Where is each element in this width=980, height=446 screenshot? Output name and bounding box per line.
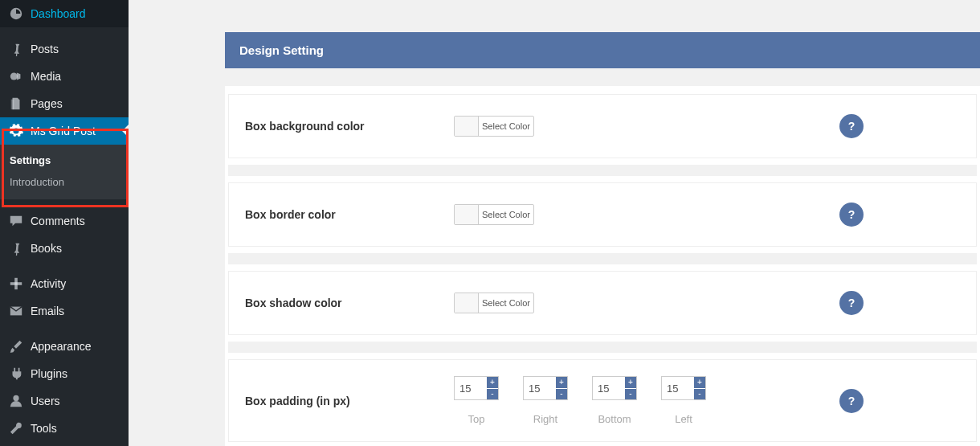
sidebar-label: Emails bbox=[31, 305, 64, 317]
select-color-button[interactable]: Select Color bbox=[454, 293, 534, 313]
padding-left-input[interactable] bbox=[662, 377, 694, 399]
brush-icon bbox=[8, 338, 24, 354]
section-header: Design Setting bbox=[225, 32, 980, 68]
sidebar-item-activity[interactable]: Activity bbox=[0, 270, 129, 297]
media-icon bbox=[8, 68, 24, 84]
sidebar-label: Users bbox=[31, 395, 60, 407]
padding-caption: Left bbox=[675, 413, 692, 425]
submenu-item-introduction[interactable]: Introduction bbox=[0, 171, 129, 193]
stepper-up[interactable]: + bbox=[487, 377, 498, 389]
stepper-down[interactable]: - bbox=[625, 389, 636, 400]
main-content: Design Setting Box background color Sele… bbox=[129, 0, 980, 446]
setting-row-box-background-color: Box background color Select Color ? bbox=[228, 94, 977, 158]
sidebar-item-ms-grid-post[interactable]: Ms Grid Post bbox=[0, 117, 129, 145]
sidebar-item-dashboard[interactable]: Dashboard bbox=[0, 0, 129, 27]
stepper-down[interactable]: - bbox=[556, 389, 567, 400]
svg-rect-2 bbox=[14, 278, 18, 289]
dashboard-icon bbox=[8, 6, 24, 22]
submenu-item-settings[interactable]: Settings bbox=[0, 149, 129, 171]
padding-bottom-input[interactable] bbox=[593, 377, 625, 399]
svg-point-3 bbox=[13, 395, 18, 401]
stepper-up[interactable]: + bbox=[625, 377, 636, 389]
select-color-button[interactable]: Select Color bbox=[454, 204, 534, 225]
sidebar-label: Pages bbox=[31, 97, 63, 110]
sidebar-item-books[interactable]: Books bbox=[0, 235, 129, 262]
sidebar-item-plugins[interactable]: Plugins bbox=[0, 360, 129, 387]
color-swatch bbox=[455, 117, 479, 136]
help-icon[interactable]: ? bbox=[839, 203, 864, 227]
sidebar-item-media[interactable]: Media bbox=[0, 63, 129, 90]
stepper-up[interactable]: + bbox=[694, 377, 705, 389]
padding-left-control: +- Left bbox=[661, 376, 706, 425]
button-label: Select Color bbox=[479, 298, 533, 308]
padding-bottom-control: +- Bottom bbox=[592, 376, 637, 425]
sidebar-item-emails[interactable]: Emails bbox=[0, 297, 129, 325]
help-icon[interactable]: ? bbox=[839, 291, 864, 315]
gear-icon bbox=[8, 123, 24, 139]
mail-icon bbox=[8, 303, 24, 319]
help-icon[interactable]: ? bbox=[839, 114, 864, 138]
comment-icon bbox=[8, 213, 24, 229]
sidebar-label: Tools bbox=[31, 422, 57, 435]
user-icon bbox=[8, 393, 24, 409]
sidebar-item-pages[interactable]: Pages bbox=[0, 90, 129, 117]
sidebar-label: Activity bbox=[31, 277, 66, 290]
stepper-down[interactable]: - bbox=[694, 389, 705, 400]
wrench-icon bbox=[8, 420, 24, 436]
stepper-up[interactable]: + bbox=[556, 377, 567, 389]
plus-icon bbox=[8, 276, 24, 292]
padding-caption: Bottom bbox=[598, 413, 631, 425]
sidebar-label: Posts bbox=[31, 43, 59, 55]
sidebar-label: Dashboard bbox=[31, 7, 86, 20]
admin-sidebar: Dashboard Posts Media Pages Ms Grid Post… bbox=[0, 0, 129, 446]
sidebar-item-comments[interactable]: Comments bbox=[0, 207, 129, 235]
sidebar-label: Books bbox=[31, 242, 62, 255]
pin-icon bbox=[8, 41, 24, 57]
sidebar-label: Media bbox=[31, 70, 61, 83]
sidebar-label: Appearance bbox=[31, 340, 92, 353]
pages-icon bbox=[8, 96, 24, 112]
sidebar-item-posts[interactable]: Posts bbox=[0, 35, 129, 63]
svg-point-0 bbox=[10, 73, 18, 80]
padding-top-control: +- Top bbox=[454, 376, 499, 425]
setting-row-box-padding: Box padding (in px) +- Top bbox=[228, 359, 977, 442]
plug-icon bbox=[8, 366, 24, 382]
pin-icon bbox=[8, 240, 24, 256]
sidebar-label: Plugins bbox=[31, 367, 67, 380]
sidebar-item-tools[interactable]: Tools bbox=[0, 415, 129, 442]
help-icon[interactable]: ? bbox=[839, 389, 864, 413]
padding-right-input[interactable] bbox=[524, 377, 556, 399]
button-label: Select Color bbox=[479, 121, 533, 131]
sidebar-submenu: Settings Introduction bbox=[0, 145, 129, 199]
padding-caption: Top bbox=[468, 413, 485, 425]
color-swatch bbox=[455, 205, 479, 224]
setting-row-box-shadow-color: Box shadow color Select Color ? bbox=[228, 271, 977, 335]
setting-label: Box padding (in px) bbox=[245, 395, 454, 407]
padding-right-control: +- Right bbox=[523, 376, 568, 425]
sidebar-label: Comments bbox=[31, 215, 85, 227]
setting-label: Box border color bbox=[245, 208, 454, 221]
padding-caption: Right bbox=[533, 413, 557, 425]
padding-top-input[interactable] bbox=[455, 377, 487, 399]
setting-label: Box background color bbox=[245, 120, 454, 133]
setting-label: Box shadow color bbox=[245, 297, 454, 309]
color-swatch bbox=[455, 293, 479, 313]
sidebar-item-users[interactable]: Users bbox=[0, 387, 129, 415]
stepper-down[interactable]: - bbox=[487, 389, 498, 400]
select-color-button[interactable]: Select Color bbox=[454, 116, 534, 137]
button-label: Select Color bbox=[479, 210, 533, 219]
sidebar-item-appearance[interactable]: Appearance bbox=[0, 333, 129, 360]
sidebar-label: Ms Grid Post bbox=[31, 125, 96, 137]
setting-row-box-border-color: Box border color Select Color ? bbox=[228, 182, 977, 247]
